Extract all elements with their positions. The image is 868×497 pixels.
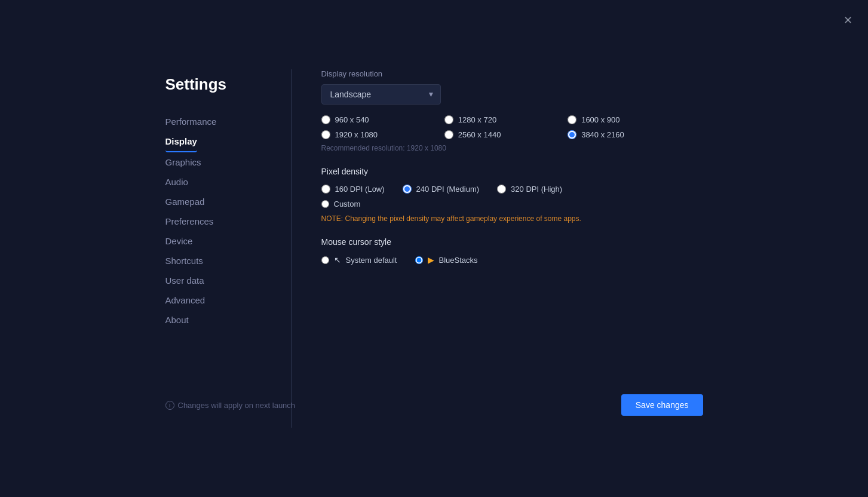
density-radio-320[interactable] bbox=[497, 185, 506, 194]
pixel-density-section: Pixel density 160 DPI (Low)240 DPI (Medi… bbox=[321, 167, 691, 237]
resolution-radio-1920x1080[interactable] bbox=[321, 130, 330, 139]
sidebar-item-shortcuts[interactable]: Shortcuts bbox=[165, 251, 285, 271]
sidebar-item-user-data[interactable]: User data bbox=[165, 271, 285, 290]
pixel-density-row: 160 DPI (Low)240 DPI (Medium)320 DPI (Hi… bbox=[321, 185, 691, 194]
sidebar-item-display[interactable]: Display bbox=[165, 131, 197, 152]
bluestacks-cursor-icon: ▶ bbox=[428, 255, 434, 265]
density-option-240[interactable]: 240 DPI (Medium) bbox=[403, 185, 479, 194]
resolution-radio-2560x1440[interactable] bbox=[444, 130, 453, 139]
sidebar-divider bbox=[291, 69, 292, 428]
close-button[interactable]: ✕ bbox=[839, 12, 856, 29]
display-resolution-label: Display resolution bbox=[321, 69, 691, 78]
cursor-options-row: ↖ System default ▶ BlueStacks bbox=[321, 255, 691, 265]
recommended-resolution-text: Recommended resolution: 1920 x 1080 bbox=[321, 144, 691, 152]
resolution-label-1280x720: 1280 x 720 bbox=[458, 115, 496, 124]
density-radio-240[interactable] bbox=[403, 185, 412, 194]
resolution-radio-1600x900[interactable] bbox=[568, 115, 576, 124]
settings-container: Settings PerformanceDisplayGraphicsAudio… bbox=[165, 69, 703, 428]
pixel-density-note: NOTE: Changing the pixel density may aff… bbox=[321, 214, 691, 223]
resolution-radio-3840x2160[interactable] bbox=[568, 130, 576, 139]
display-resolution-section: Display resolution Landscape ▼ 960 x 540… bbox=[321, 69, 691, 167]
cursor-bluestacks-label: BlueStacks bbox=[439, 256, 478, 265]
resolution-label-960x540: 960 x 540 bbox=[335, 115, 369, 124]
system-cursor-icon: ↖ bbox=[334, 255, 341, 265]
density-option-320[interactable]: 320 DPI (High) bbox=[497, 185, 562, 194]
cursor-style-section: Mouse cursor style ↖ System default ▶ Bl… bbox=[321, 237, 691, 265]
pixel-density-label: Pixel density bbox=[321, 167, 691, 176]
info-icon: i bbox=[165, 401, 174, 410]
density-option-160[interactable]: 160 DPI (Low) bbox=[321, 185, 385, 194]
settings-title: Settings bbox=[165, 75, 285, 94]
sidebar-item-audio[interactable]: Audio bbox=[165, 172, 285, 192]
resolution-option-960x540[interactable]: 960 x 540 bbox=[321, 115, 444, 124]
resolution-option-3840x2160[interactable]: 3840 x 2160 bbox=[568, 130, 691, 139]
footer-note-text: Changes will apply on next launch bbox=[178, 401, 296, 410]
cursor-system-option[interactable]: ↖ System default bbox=[321, 255, 397, 265]
resolution-grid: 960 x 5401280 x 7201600 x 9001920 x 1080… bbox=[321, 115, 691, 139]
dropdown-wrapper: Landscape ▼ bbox=[321, 84, 441, 105]
landscape-dropdown[interactable]: Landscape bbox=[321, 84, 441, 105]
resolution-option-1920x1080[interactable]: 1920 x 1080 bbox=[321, 130, 444, 139]
resolution-option-1600x900[interactable]: 1600 x 900 bbox=[568, 115, 691, 124]
resolution-radio-1280x720[interactable] bbox=[444, 115, 453, 124]
custom-dpi-label: Custom bbox=[334, 200, 361, 208]
save-changes-button[interactable]: Save changes bbox=[621, 394, 703, 416]
cursor-system-label: System default bbox=[346, 256, 397, 265]
sidebar-item-device[interactable]: Device bbox=[165, 231, 285, 251]
custom-dpi-row: Custom bbox=[321, 200, 691, 208]
main-content: Display resolution Landscape ▼ 960 x 540… bbox=[297, 69, 703, 428]
resolution-label-2560x1440: 2560 x 1440 bbox=[458, 130, 501, 139]
cursor-system-radio[interactable] bbox=[321, 256, 329, 264]
density-label-240: 240 DPI (Medium) bbox=[416, 185, 479, 194]
cursor-bluestacks-radio[interactable] bbox=[415, 256, 423, 264]
resolution-radio-960x540[interactable] bbox=[321, 115, 330, 124]
cursor-bluestacks-option[interactable]: ▶ BlueStacks bbox=[415, 255, 478, 265]
resolution-label-1920x1080: 1920 x 1080 bbox=[335, 130, 378, 139]
sidebar-item-performance[interactable]: Performance bbox=[165, 112, 285, 131]
resolution-label-1600x900: 1600 x 900 bbox=[581, 115, 619, 124]
sidebar-item-advanced[interactable]: Advanced bbox=[165, 290, 285, 310]
footer: i Changes will apply on next launch Save… bbox=[165, 382, 703, 428]
density-radio-160[interactable] bbox=[321, 185, 330, 194]
density-label-320: 320 DPI (High) bbox=[511, 185, 562, 194]
custom-dpi-radio[interactable] bbox=[321, 200, 329, 208]
footer-note: i Changes will apply on next launch bbox=[165, 401, 296, 410]
resolution-option-2560x1440[interactable]: 2560 x 1440 bbox=[444, 130, 568, 139]
density-label-160: 160 DPI (Low) bbox=[335, 185, 385, 194]
resolution-label-3840x2160: 3840 x 2160 bbox=[581, 130, 624, 139]
cursor-style-label: Mouse cursor style bbox=[321, 237, 691, 247]
sidebar-item-gamepad[interactable]: Gamepad bbox=[165, 192, 285, 211]
resolution-option-1280x720[interactable]: 1280 x 720 bbox=[444, 115, 568, 124]
sidebar-item-about[interactable]: About bbox=[165, 310, 285, 330]
sidebar-item-preferences[interactable]: Preferences bbox=[165, 211, 285, 231]
sidebar: Settings PerformanceDisplayGraphicsAudio… bbox=[165, 69, 285, 428]
sidebar-item-graphics[interactable]: Graphics bbox=[165, 152, 285, 172]
